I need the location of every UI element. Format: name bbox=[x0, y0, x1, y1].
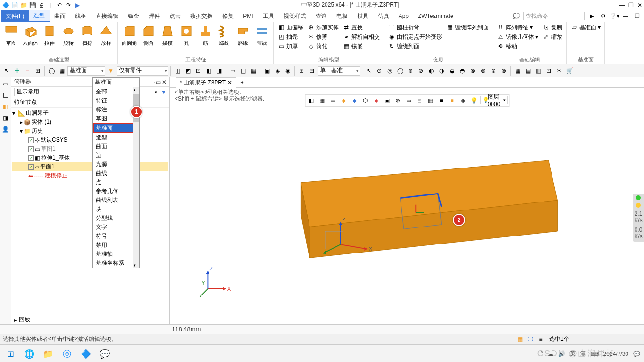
tb-i29[interactable]: ▤ bbox=[523, 66, 533, 76]
tb-i8[interactable]: ▦ bbox=[249, 66, 258, 76]
qat-open-icon[interactable]: 📁 bbox=[20, 1, 27, 9]
rib-button[interactable]: 筋 bbox=[196, 23, 215, 48]
scale-button[interactable]: ⤢缩放 bbox=[540, 32, 564, 42]
shape-icon[interactable]: ◯ bbox=[47, 66, 56, 76]
tray-notif-icon[interactable]: 💬 bbox=[633, 351, 640, 357]
sb-i3[interactable]: ≡ bbox=[536, 335, 545, 344]
tab-repair[interactable]: 修复 bbox=[217, 10, 238, 22]
mgr-pin-icon[interactable]: ▫ bbox=[153, 79, 155, 85]
mosaic-button[interactable]: ▦镶嵌 bbox=[341, 42, 382, 51]
filter-combo-3[interactable]: 单一基准 bbox=[318, 66, 360, 76]
simplify-button[interactable]: ◇简化 bbox=[305, 42, 341, 51]
tb-i13[interactable]: ⊟ bbox=[307, 66, 317, 76]
feature-tree[interactable]: ▾📐山涧果子 ▸📦实体 (1) ▾📁历史 ✓⊹默认CSYS ✓▭草图1 ✓◧拉伸… bbox=[11, 108, 169, 315]
mgr-tab-2[interactable]: 🞎 bbox=[1, 91, 10, 100]
tree-csys[interactable]: ✓⊹默认CSYS bbox=[12, 135, 168, 144]
extrude-button[interactable]: 拉伸 bbox=[40, 23, 59, 48]
pattern-feature-button[interactable]: ⁞⁞阵列特征▾ bbox=[495, 23, 540, 32]
shell-button[interactable]: ◰抽壳 bbox=[276, 32, 305, 42]
tb-i33[interactable]: 🛒 bbox=[565, 66, 574, 76]
tb-i28[interactable]: ▦ bbox=[513, 66, 522, 76]
stripe-button[interactable]: 带线 bbox=[252, 23, 271, 48]
zw3d-taskbar-icon[interactable]: 🔷 bbox=[79, 347, 92, 361]
revolve-button[interactable]: 旋转 bbox=[59, 23, 78, 48]
tb-i17[interactable]: ◯ bbox=[395, 66, 405, 76]
tb-i4[interactable]: ◧ bbox=[204, 66, 213, 76]
tb-i24[interactable]: ⊗ bbox=[468, 66, 477, 76]
select-icon[interactable]: ⊞ bbox=[33, 66, 42, 76]
tb-i20[interactable]: ◐ bbox=[427, 66, 436, 76]
datum-plane-button[interactable]: ▱基准面▾ bbox=[569, 23, 602, 32]
tab-dataexchange[interactable]: 数据交换 bbox=[185, 10, 217, 22]
tb-i26[interactable]: ⊚ bbox=[489, 66, 498, 76]
fillet-button[interactable]: 面圆角 bbox=[120, 23, 139, 48]
box-button[interactable]: 六面体 bbox=[21, 23, 40, 48]
cyl-bend-button[interactable]: ⌒圆柱折弯 bbox=[386, 23, 444, 32]
tree-solid[interactable]: ▸📦实体 (1) bbox=[12, 118, 168, 126]
tb-i3[interactable]: ⊡ bbox=[193, 66, 203, 76]
tree-history[interactable]: ▾📁历史 bbox=[12, 126, 168, 135]
command-search[interactable]: 查找命令 bbox=[523, 12, 585, 20]
tab-shape[interactable]: 造型 bbox=[29, 10, 50, 22]
tb-i19[interactable]: ⊘ bbox=[416, 66, 426, 76]
sb-i2[interactable]: 🖵 bbox=[526, 335, 535, 344]
tab-add-icon[interactable]: ＋ bbox=[239, 78, 245, 86]
tab-pointcloud[interactable]: 点云 bbox=[165, 10, 185, 22]
close-icon[interactable]: ✕ bbox=[637, 2, 642, 8]
tb-i12[interactable]: ⊞ bbox=[297, 66, 306, 76]
tree-plane[interactable]: ✓▱平面1 bbox=[12, 162, 168, 171]
wrap-face-button[interactable]: ↻缠绕到面 bbox=[386, 42, 444, 51]
tb-i32[interactable]: ✂ bbox=[554, 66, 564, 76]
wrap-pattern-button[interactable]: ▦缠绕阵列到面 bbox=[444, 23, 491, 32]
tb-i14[interactable]: ↖ bbox=[364, 66, 374, 76]
qat-redo-icon[interactable]: ↷ bbox=[65, 1, 72, 9]
tab-direct-edit[interactable]: 直接编辑 bbox=[91, 10, 123, 22]
tab-mold[interactable]: 模具 bbox=[352, 10, 373, 22]
tb-i31[interactable]: ⊡ bbox=[544, 66, 553, 76]
move-button[interactable]: ✥移动 bbox=[495, 42, 540, 51]
qat-new-icon[interactable]: 📄 bbox=[11, 1, 18, 9]
tab-teammate[interactable]: ZWTeammate bbox=[413, 10, 458, 22]
tab-simulation[interactable]: 仿真 bbox=[373, 10, 394, 22]
tree-root[interactable]: ▾📐山涧果子 bbox=[12, 109, 168, 118]
tb-i10[interactable]: ◈ bbox=[273, 66, 282, 76]
tb-i27[interactable]: ⊜ bbox=[499, 66, 509, 76]
restore-icon[interactable]: ❐ bbox=[633, 12, 641, 20]
tb-i15[interactable]: ⊙ bbox=[375, 66, 384, 76]
explorer-icon[interactable]: 📁 bbox=[42, 347, 55, 361]
file-menu[interactable]: 文件(F) bbox=[1, 10, 29, 22]
mgr-tab-1[interactable]: ▭ bbox=[1, 79, 10, 89]
filter-combo-1[interactable]: 基准面 bbox=[67, 66, 105, 76]
qat-save-icon[interactable]: 💾 bbox=[29, 1, 36, 9]
trim-button[interactable]: ✂修剪 bbox=[305, 32, 341, 42]
tab-query[interactable]: 查询 bbox=[311, 10, 332, 22]
copy-button[interactable]: ⎘复制 bbox=[540, 23, 564, 32]
help-dropdown-icon[interactable]: ❔▾ bbox=[610, 12, 619, 20]
tb-i22[interactable]: ◒ bbox=[447, 66, 457, 76]
tb-i18[interactable]: ⊕ bbox=[406, 66, 415, 76]
tab-close-icon[interactable]: ✕ bbox=[227, 79, 232, 86]
tree-extrude[interactable]: ✓◧拉伸1_基体 bbox=[12, 153, 168, 162]
tb-i5[interactable]: ◨ bbox=[214, 66, 224, 76]
face-offset-button[interactable]: ◧面偏移 bbox=[276, 23, 305, 32]
filter-combo-2[interactable]: 仅有零件 bbox=[117, 66, 168, 76]
tb-i21[interactable]: ◑ bbox=[437, 66, 446, 76]
mgr-close-icon[interactable]: ✕ bbox=[162, 79, 167, 85]
filter-dd-selected[interactable]: 基准面 bbox=[93, 78, 139, 87]
analyze-button[interactable]: ⚭解析自相交 bbox=[341, 32, 382, 42]
settings-icon[interactable]: ⚙ bbox=[599, 12, 607, 20]
mgr-tab-4[interactable]: ◨ bbox=[1, 113, 10, 123]
tb-i11[interactable]: ◉ bbox=[283, 66, 293, 76]
minus-icon[interactable]: − bbox=[23, 66, 32, 76]
sketch-button[interactable]: 草图 bbox=[2, 23, 21, 48]
maximize-icon[interactable]: ❐ bbox=[628, 2, 634, 8]
tab-visual[interactable]: 视觉样式 bbox=[279, 10, 311, 22]
min2-icon[interactable]: — bbox=[621, 12, 630, 20]
replace-button[interactable]: ⇄置换 bbox=[341, 23, 382, 32]
hole-button[interactable]: 孔 bbox=[177, 23, 196, 48]
tb-i23[interactable]: ◓ bbox=[458, 66, 467, 76]
tab-wireframe[interactable]: 线框 bbox=[70, 10, 91, 22]
tb-i2[interactable]: ◩ bbox=[183, 66, 192, 76]
tb-i1[interactable]: ◫ bbox=[173, 66, 182, 76]
add-solid-button[interactable]: ⊕添加实体 bbox=[305, 23, 341, 32]
